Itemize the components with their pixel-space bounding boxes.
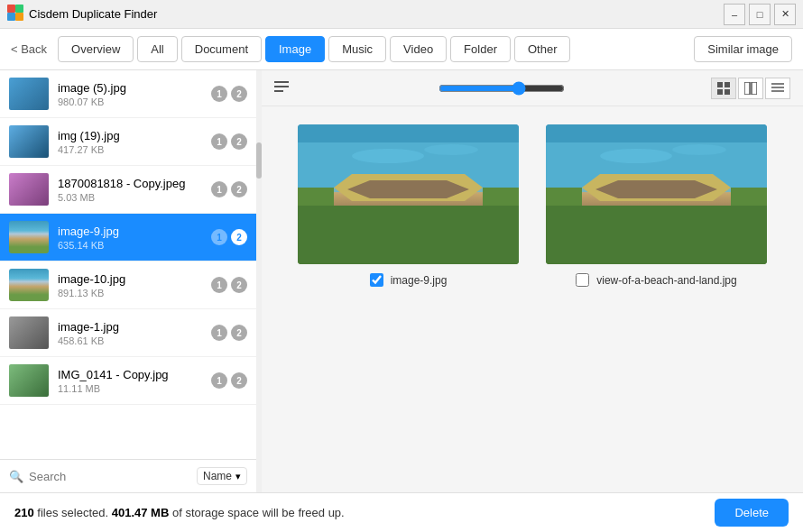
file-badges: 1 2 [211, 372, 247, 389]
tab-folder[interactable]: Folder [450, 36, 511, 62]
app-title: Cisdem Duplicate Finder [29, 7, 157, 21]
tab-other[interactable]: Other [514, 36, 571, 62]
search-input[interactable] [29, 470, 191, 483]
image-card: image-9.jpg [298, 124, 519, 287]
image-checkbox-1[interactable] [370, 273, 383, 287]
sort-dropdown[interactable]: Name ▾ [197, 467, 247, 485]
right-panel: image-9.jpg [262, 70, 803, 492]
file-list: image (5).jpg 980.07 KB 1 2 img (19).jpg… [0, 70, 256, 459]
file-thumbnail [9, 269, 49, 301]
svg-point-33 [672, 144, 726, 155]
file-count: 210 [14, 506, 34, 519]
tab-overview[interactable]: Overview [58, 36, 134, 62]
image-filename-2: view-of-a-beach-and-land.jpg [596, 274, 736, 287]
svg-rect-0 [7, 5, 15, 13]
list-item[interactable]: IMG_0141 - Copy.jpg 11.11 MB 1 2 [0, 357, 256, 405]
search-icon: 🔍 [9, 470, 23, 483]
image-filename-1: image-9.jpg [391, 274, 448, 287]
badge-2: 2 [231, 277, 247, 293]
svg-rect-9 [717, 89, 723, 95]
grid-view-button[interactable] [711, 78, 736, 99]
file-name: image-9.jpg [58, 225, 202, 238]
svg-rect-7 [717, 82, 723, 87]
list-item[interactable]: image-9.jpg 635.14 KB 1 2 [0, 214, 256, 261]
file-thumbnail [9, 364, 49, 397]
svg-rect-12 [752, 82, 757, 95]
view-toggle [711, 78, 790, 99]
minimize-button[interactable]: – [724, 4, 745, 25]
image-grid: image-9.jpg [262, 106, 803, 492]
file-info: img (19).jpg 417.27 KB [58, 129, 202, 155]
files-selected-label: files selected. [37, 506, 111, 519]
badge-1: 1 [211, 277, 227, 293]
list-item[interactable]: image-1.jpg 458.61 KB 1 2 [0, 309, 256, 357]
clear-button[interactable] [274, 78, 292, 97]
close-button[interactable]: ✕ [774, 4, 796, 25]
file-badges: 1 2 [211, 86, 247, 102]
list-view-button[interactable] [765, 78, 790, 99]
zoom-slider-container [438, 81, 565, 96]
list-item[interactable]: img (19).jpg 417.27 KB 1 2 [0, 118, 256, 166]
title-bar: Cisdem Duplicate Finder – □ ✕ [0, 0, 803, 29]
window-controls[interactable]: – □ ✕ [724, 4, 796, 25]
svg-marker-28 [595, 180, 717, 198]
file-thumbnail [9, 316, 49, 349]
scrollbar-track[interactable] [256, 70, 262, 492]
delete-button[interactable]: Delete [715, 499, 789, 527]
badge-1: 1 [211, 229, 227, 245]
file-size: 458.61 KB [58, 335, 202, 346]
file-thumbnail [9, 221, 49, 253]
tab-all[interactable]: All [137, 36, 177, 62]
svg-rect-10 [725, 89, 730, 95]
zoom-slider[interactable] [438, 81, 565, 96]
badge-1: 1 [211, 325, 227, 341]
nav-tabs: Overview All Document Image Music Video … [58, 36, 687, 62]
grid-icon [717, 82, 730, 95]
file-name: image (5).jpg [58, 81, 202, 95]
file-thumbnail [9, 125, 49, 158]
badge-2: 2 [231, 181, 247, 197]
search-bar: 🔍 Name ▾ [0, 459, 256, 492]
status-text: 210 files selected. 401.47 MB of storage… [14, 506, 345, 519]
svg-point-23 [352, 149, 424, 163]
badge-1: 1 [211, 86, 227, 102]
tab-document[interactable]: Document [181, 36, 262, 62]
tab-image[interactable]: Image [265, 36, 325, 62]
scrollbar-thumb[interactable] [256, 142, 262, 179]
list-item[interactable]: 1870081818 - Copy.jpeg 5.03 MB 1 2 [0, 166, 256, 214]
image-checkbox-2[interactable] [576, 273, 589, 287]
main-content: image (5).jpg 980.07 KB 1 2 img (19).jpg… [0, 70, 803, 492]
file-badges: 1 2 [211, 133, 247, 150]
file-name: IMG_0141 - Copy.jpg [58, 368, 202, 381]
svg-rect-1 [15, 5, 23, 13]
file-info: image (5).jpg 980.07 KB [58, 81, 202, 107]
list-item[interactable]: image-10.jpg 891.13 KB 1 2 [0, 261, 256, 309]
similar-image-button[interactable]: Similar image [694, 36, 792, 62]
svg-rect-2 [7, 13, 15, 21]
tab-video[interactable]: Video [390, 36, 447, 62]
split-view-button[interactable] [738, 78, 763, 99]
svg-rect-22 [298, 206, 519, 264]
storage-size: 401.47 MB [112, 506, 170, 519]
image-label-row: view-of-a-beach-and-land.jpg [576, 273, 736, 287]
back-button[interactable]: < Back [11, 42, 47, 56]
split-icon [744, 82, 757, 95]
list-icon [771, 82, 784, 95]
file-badges: 1 2 [211, 277, 247, 293]
file-info: image-1.jpg 458.61 KB [58, 320, 202, 346]
file-badges: 1 2 [211, 229, 247, 245]
file-size: 11.11 MB [58, 383, 202, 394]
badge-2: 2 [231, 229, 247, 245]
svg-rect-31 [546, 206, 767, 264]
image-pair: image-9.jpg [298, 124, 767, 287]
list-item[interactable]: image (5).jpg 980.07 KB 1 2 [0, 70, 256, 118]
storage-label: of storage space will be freed up. [172, 506, 345, 519]
svg-marker-19 [347, 180, 469, 198]
right-toolbar [262, 70, 803, 106]
maximize-button[interactable]: □ [749, 4, 771, 25]
badge-2: 2 [231, 325, 247, 341]
file-name: image-1.jpg [58, 320, 202, 334]
tab-music[interactable]: Music [328, 36, 386, 62]
bottom-bar: 210 files selected. 401.47 MB of storage… [0, 492, 803, 532]
image-preview-right [546, 124, 767, 264]
